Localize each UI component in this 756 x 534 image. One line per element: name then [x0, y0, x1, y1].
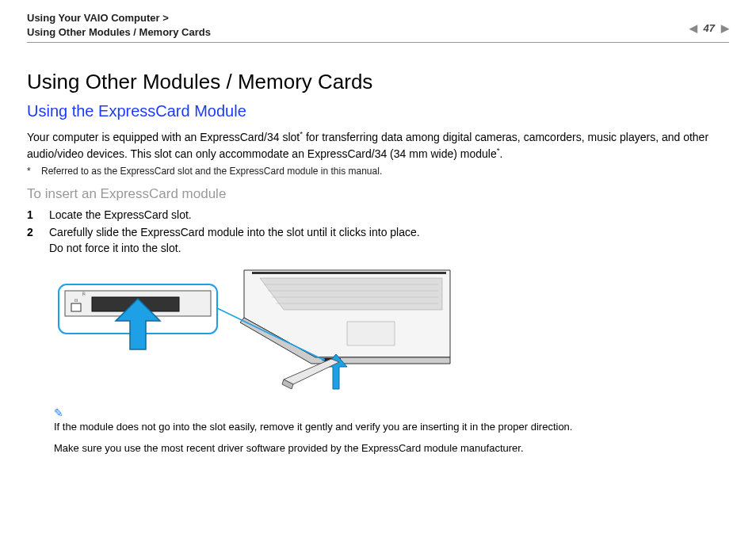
next-page-arrow-icon[interactable]: ▶	[721, 22, 729, 34]
svg-marker-2	[260, 278, 442, 310]
breadcrumb-line-2: Using Other Modules / Memory Cards	[27, 25, 211, 40]
breadcrumb-line-1: Using Your VAIO Computer >	[27, 11, 211, 25]
intro-text-1: Your computer is equipped with an Expres…	[27, 131, 300, 143]
note-pencil-icon: ✎	[54, 406, 729, 419]
step-text: Locate the ExpressCard slot.	[49, 207, 192, 223]
note-text-1: If the module does not go into the slot …	[54, 421, 729, 434]
step-item: 1 Locate the ExpressCard slot.	[27, 207, 729, 223]
step-number: 1	[27, 207, 36, 223]
page-number: 47	[704, 22, 715, 34]
footnote: *Referred to as the ExpressCard slot and…	[27, 166, 729, 177]
svg-rect-7	[347, 322, 395, 345]
svg-marker-1	[252, 272, 446, 274]
step-item: 2 Carefully slide the ExpressCard module…	[27, 224, 729, 257]
svg-text:⊡: ⊡	[74, 298, 78, 303]
illustration-expresscard-insertion: ⎘ ⊡	[54, 262, 466, 397]
svg-point-14	[322, 358, 325, 361]
steps-list: 1 Locate the ExpressCard slot. 2 Careful…	[27, 207, 729, 257]
page-title: Using Other Modules / Memory Cards	[27, 70, 729, 94]
step-number: 2	[27, 224, 36, 257]
svg-text:⎘: ⎘	[82, 292, 86, 296]
note-text-2: Make sure you use the most recent driver…	[54, 442, 729, 456]
procedure-title: To insert an ExpressCard module	[27, 186, 729, 202]
section-subtitle: Using the ExpressCard Module	[27, 102, 729, 120]
prev-page-arrow-icon[interactable]: ◀	[689, 22, 697, 34]
step-text: Carefully slide the ExpressCard module i…	[49, 224, 420, 257]
intro-paragraph: Your computer is equipped with an Expres…	[27, 128, 729, 162]
svg-rect-17	[71, 303, 81, 311]
footnote-text: Referred to as the ExpressCard slot and …	[41, 166, 382, 177]
page-header: Using Your VAIO Computer > Using Other M…	[27, 11, 729, 43]
intro-text-end: .	[500, 147, 503, 160]
breadcrumb: Using Your VAIO Computer > Using Other M…	[27, 11, 211, 39]
page-navigation: ◀ 47 ▶	[689, 11, 729, 34]
footnote-star-icon: *	[27, 166, 41, 177]
